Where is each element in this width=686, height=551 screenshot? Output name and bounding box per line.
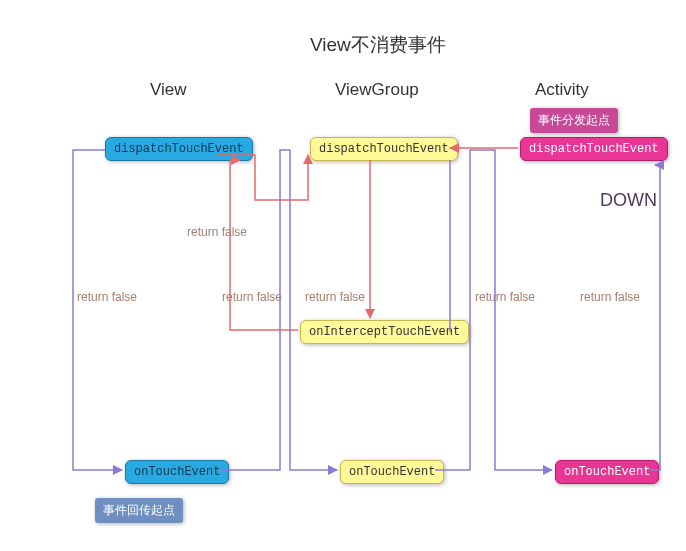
col-activity: Activity — [535, 80, 589, 100]
tag-return-start: 事件回传起点 — [95, 498, 183, 523]
box-act-dispatch: dispatchTouchEvent — [520, 137, 668, 161]
label-rf-vg-col: return false — [475, 290, 535, 304]
box-vg-ontouch: onTouchEvent — [340, 460, 444, 484]
col-view: View — [150, 80, 187, 100]
label-rf-act-col: return false — [580, 290, 640, 304]
tag-dispatch-start: 事件分发起点 — [530, 108, 618, 133]
label-rf-intercept-left: return false — [222, 290, 282, 304]
label-rf-vg-to-view: return false — [187, 225, 247, 239]
label-rf-view-col: return false — [77, 290, 137, 304]
col-viewgroup: ViewGroup — [335, 80, 419, 100]
box-vg-dispatch: dispatchTouchEvent — [310, 137, 458, 161]
label-down: DOWN — [600, 190, 657, 211]
box-view-dispatch: dispatchTouchEvent — [105, 137, 253, 161]
box-vg-intercept: onInterceptTouchEvent — [300, 320, 469, 344]
diagram-title: View不消费事件 — [310, 32, 446, 58]
box-act-ontouch: onTouchEvent — [555, 460, 659, 484]
label-rf-intercept-right: return false — [305, 290, 365, 304]
box-view-ontouch: onTouchEvent — [125, 460, 229, 484]
